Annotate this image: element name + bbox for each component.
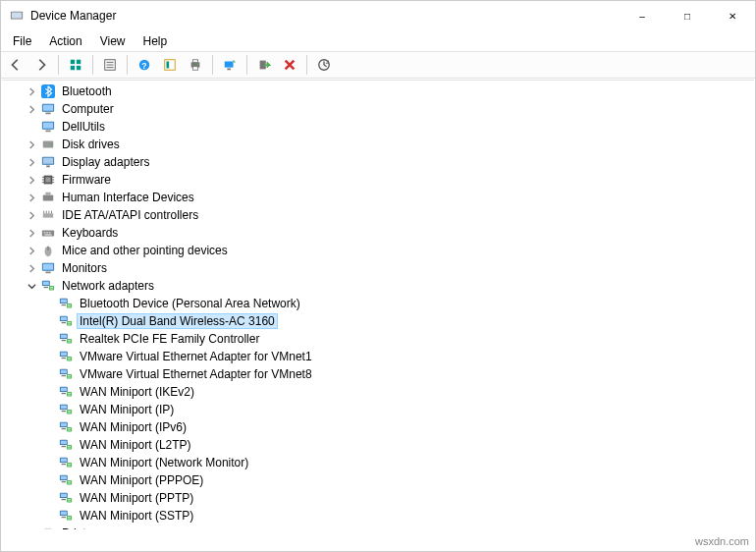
show-hidden-button[interactable] — [65, 54, 86, 76]
svg-rect-16 — [192, 67, 197, 71]
back-button[interactable] — [5, 54, 27, 76]
chevron-right-icon[interactable] — [24, 172, 39, 188]
maximize-button[interactable]: □ — [665, 1, 710, 30]
tree-item[interactable]: WAN Miniport (L2TP) — [2, 436, 754, 454]
chevron-right-icon[interactable] — [24, 137, 39, 152]
svg-rect-70 — [67, 321, 72, 325]
svg-rect-138 — [68, 519, 72, 520]
menu-help[interactable]: Help — [135, 32, 176, 50]
svg-rect-95 — [68, 393, 72, 394]
chevron-right-icon[interactable] — [24, 207, 39, 223]
toolbar-separator — [58, 55, 59, 75]
tree-item[interactable]: Print queues — [2, 524, 754, 529]
monitor-icon — [40, 101, 56, 117]
properties-button[interactable] — [99, 54, 121, 76]
chevron-right-icon[interactable] — [24, 190, 39, 205]
svg-rect-78 — [68, 342, 72, 343]
svg-rect-100 — [67, 410, 72, 414]
tree-item[interactable]: Firmware — [2, 171, 754, 189]
tree-item[interactable]: WAN Miniport (IP) — [2, 401, 754, 418]
svg-rect-113 — [68, 446, 72, 447]
svg-rect-71 — [68, 322, 72, 323]
tree-item-label: Disk drives — [59, 137, 123, 152]
tree-item[interactable]: Monitors — [2, 259, 754, 277]
tree-item[interactable]: Human Interface Devices — [2, 189, 754, 206]
device-tree[interactable]: BluetoothComputerDellUtilsDisk drivesDis… — [2, 80, 754, 529]
action-button[interactable] — [159, 54, 181, 76]
network-icon — [58, 366, 74, 382]
menu-view[interactable]: View — [92, 32, 134, 50]
disk-icon — [40, 137, 56, 152]
tree-item[interactable]: Computer — [2, 100, 754, 118]
tree-item[interactable]: WAN Miniport (PPTP) — [2, 489, 754, 507]
tree-item[interactable]: Intel(R) Dual Band Wireless-AC 3160 — [2, 312, 754, 330]
tree-item[interactable]: WAN Miniport (IPv6) — [2, 418, 754, 436]
tree-item[interactable]: Disk drives — [2, 136, 754, 153]
update-driver-button[interactable] — [313, 54, 335, 76]
svg-rect-53 — [43, 264, 54, 270]
tree-item[interactable]: Realtek PCIe FE Family Controller — [2, 330, 754, 348]
svg-rect-122 — [61, 476, 67, 480]
network-icon — [40, 278, 56, 294]
scan-button[interactable] — [219, 54, 241, 76]
disable-device-button[interactable] — [279, 54, 300, 76]
tree-item[interactable]: Network adapters — [2, 277, 754, 295]
toolbar-separator — [127, 55, 128, 75]
chevron-right-icon[interactable] — [24, 225, 39, 241]
tree-item[interactable]: Bluetooth Device (Personal Area Network) — [2, 295, 754, 312]
svg-rect-44 — [43, 213, 54, 217]
tree-item[interactable]: IDE ATA/ATAPI controllers — [2, 206, 754, 224]
titlebar: Device Manager – □ ✕ — [1, 1, 755, 30]
hid-icon — [40, 190, 56, 205]
forward-button[interactable] — [30, 54, 52, 76]
network-icon — [58, 419, 74, 435]
tree-item[interactable]: WAN Miniport (Network Monitor) — [2, 454, 754, 471]
svg-rect-33 — [46, 166, 50, 168]
svg-rect-5 — [77, 66, 81, 70]
svg-rect-87 — [62, 375, 66, 376]
svg-rect-82 — [67, 357, 72, 360]
tree-item[interactable]: Keyboards — [2, 224, 754, 242]
tree-item-label: WAN Miniport (IKEv2) — [77, 384, 197, 400]
tree-item[interactable]: WAN Miniport (PPPOE) — [2, 471, 754, 489]
tree-item-label: WAN Miniport (Network Monitor) — [77, 455, 251, 470]
help-button[interactable]: ? — [134, 54, 155, 76]
toolbar: ? — [1, 51, 755, 79]
tree-item-label: VMware Virtual Ethernet Adapter for VMne… — [77, 349, 315, 364]
chevron-down-icon[interactable] — [24, 278, 39, 294]
ide-icon — [40, 207, 56, 223]
print-button[interactable] — [185, 54, 206, 76]
tree-item-label: Human Interface Devices — [59, 190, 197, 205]
network-icon — [58, 437, 74, 453]
svg-rect-137 — [68, 517, 72, 518]
tree-item[interactable]: Bluetooth — [2, 83, 754, 100]
chevron-right-icon[interactable] — [24, 101, 39, 117]
minimize-button[interactable]: – — [620, 1, 665, 30]
close-button[interactable]: ✕ — [710, 1, 755, 30]
chevron-right-icon[interactable] — [24, 243, 39, 258]
svg-rect-112 — [67, 445, 72, 449]
svg-rect-101 — [68, 411, 72, 412]
menu-action[interactable]: Action — [41, 32, 89, 50]
tree-item[interactable]: WAN Miniport (SSTP) — [2, 507, 754, 524]
svg-rect-63 — [62, 304, 66, 305]
svg-rect-42 — [43, 194, 54, 200]
svg-rect-105 — [62, 428, 66, 429]
svg-rect-134 — [61, 512, 67, 516]
svg-rect-69 — [62, 322, 66, 323]
tree-item[interactable]: Mice and other pointing devices — [2, 242, 754, 259]
tree-item[interactable]: WAN Miniport (IKEv2) — [2, 383, 754, 401]
tree-item[interactable]: VMware Virtual Ethernet Adapter for VMne… — [2, 348, 754, 365]
svg-rect-86 — [61, 370, 67, 374]
tree-item[interactable]: VMware Virtual Ethernet Adapter for VMne… — [2, 365, 754, 383]
svg-rect-28 — [45, 131, 50, 133]
chevron-right-icon[interactable] — [24, 83, 39, 99]
enable-device-button[interactable] — [253, 54, 275, 76]
chevron-right-icon[interactable] — [24, 154, 39, 170]
tree-item[interactable]: Display adapters — [2, 153, 754, 171]
menu-file[interactable]: File — [5, 32, 39, 50]
chevron-right-icon[interactable] — [24, 525, 39, 529]
svg-rect-13 — [167, 62, 170, 69]
tree-item[interactable]: DellUtils — [2, 118, 754, 136]
chevron-right-icon[interactable] — [24, 260, 39, 276]
